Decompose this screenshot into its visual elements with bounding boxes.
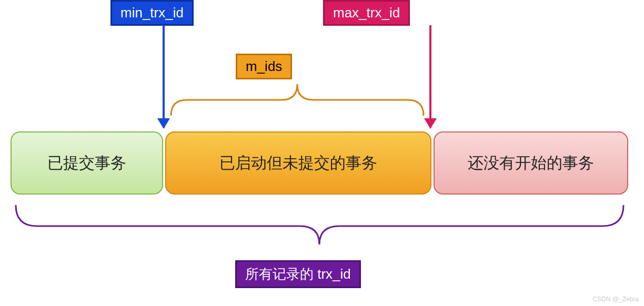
arrow-head-icon bbox=[157, 118, 170, 129]
min-trx-arrow bbox=[163, 25, 165, 128]
all-trx-label: 所有记录的 trx_id bbox=[235, 260, 361, 288]
active-box: 已启动但未提交的事务 bbox=[165, 131, 431, 195]
not-started-box: 还没有开始的事务 bbox=[434, 131, 628, 195]
arrow-head-icon bbox=[424, 118, 437, 129]
top-brace-icon bbox=[168, 81, 426, 118]
watermark-text: CSDN @_Zebra bbox=[592, 295, 639, 303]
not-started-text: 还没有开始的事务 bbox=[468, 152, 594, 174]
committed-box: 已提交事务 bbox=[11, 131, 163, 195]
transaction-boxes: 已提交事务 已启动但未提交的事务 还没有开始的事务 bbox=[11, 131, 628, 195]
max-trx-label: max_trx_id bbox=[323, 0, 410, 26]
committed-text: 已提交事务 bbox=[47, 152, 126, 174]
min-trx-label: min_trx_id bbox=[110, 0, 194, 26]
m-ids-label: m_ids bbox=[236, 54, 292, 79]
active-text: 已启动但未提交的事务 bbox=[219, 152, 377, 174]
bottom-brace-icon bbox=[11, 200, 629, 247]
max-trx-arrow bbox=[429, 25, 431, 128]
